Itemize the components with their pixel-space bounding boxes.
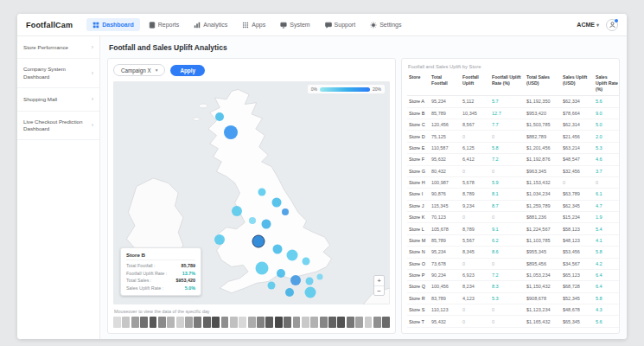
table-row[interactable]: Store G80,43200$963,345$32,4563.7 (407, 165, 620, 176)
filter-row: Campaign X ▾ Apply (113, 64, 390, 76)
day-heat-cell[interactable] (293, 317, 301, 328)
table-row[interactable]: Store Q100,4568,2348.3$1,150,432$68,7286… (407, 281, 620, 292)
nav-item-support[interactable]: Support (319, 18, 362, 31)
campaign-select[interactable]: Campaign X ▾ (113, 64, 165, 76)
table-row[interactable]: Store F95,6326,4127.2$1,192,876$48,5474.… (407, 154, 620, 165)
day-heat-cell[interactable] (275, 317, 283, 328)
nav-item-apps[interactable]: Apps (236, 18, 271, 31)
table-row[interactable]: Store S110,12300$1,123,234$48,6784.3 (407, 304, 620, 316)
table-row[interactable]: Store M85,7895,5676.2$1,103,785$48,1234.… (407, 234, 620, 246)
store-bubble[interactable] (305, 278, 313, 285)
day-heat-cell[interactable] (113, 317, 121, 328)
table-row[interactable]: Store A95,2345,1125.7$1,192,350$62,3345.… (407, 96, 620, 107)
store-bubble[interactable] (271, 198, 281, 208)
sidebar-item-live-checkout-prediction-dashboard[interactable]: Live Checkout Prediction Dashboard› (17, 112, 99, 141)
table-row[interactable]: Store O73,67800$895,456$34,5674.2 (407, 258, 620, 269)
nav-item-reports[interactable]: Reports (143, 18, 186, 31)
apps-icon (242, 22, 249, 29)
store-bubble[interactable] (285, 288, 294, 297)
nav-item-dashboard[interactable]: Dashboard (86, 18, 140, 31)
table-row[interactable]: Store H100,9875,6785.9$1,153,43200 (407, 176, 620, 188)
day-heat-cell[interactable] (302, 317, 309, 328)
value-cell: 0 (490, 316, 525, 327)
zoom-out-button[interactable]: − (374, 285, 384, 295)
nav-item-analytics[interactable]: Analytics (188, 18, 233, 31)
value-cell: 4.7 (594, 200, 620, 211)
value-cell: $1,503,785 (525, 119, 561, 131)
store-bubble[interactable] (215, 112, 224, 121)
day-heat-cell[interactable] (150, 317, 157, 328)
store-bubble[interactable] (277, 269, 285, 278)
nav-item-system[interactable]: System (274, 18, 316, 31)
value-cell: 3.7 (594, 165, 620, 176)
store-bubble[interactable] (268, 282, 276, 290)
store-bubble[interactable] (302, 257, 309, 265)
store-bubble[interactable] (262, 220, 271, 229)
day-heat-cell[interactable] (355, 317, 363, 328)
day-heat-cell[interactable] (373, 317, 381, 328)
table-row[interactable]: Store L105,6788,7899.1$1,224,567$58,1235… (407, 223, 620, 234)
table-row[interactable]: Store T95,43200$1,165,432$65,3455.6 (407, 316, 620, 327)
store-bubble[interactable] (317, 273, 323, 279)
uk-map[interactable]: 0% 20% Store B Total Footfall :85,789Foo… (113, 81, 390, 304)
table-row[interactable]: Store E110,5876,1255.8$1,201,456$63,2145… (407, 142, 620, 153)
tooltip-store-name: Store B (126, 252, 195, 261)
table-row[interactable]: Store P90,2346,9237.2$1,053,234$65,1236.… (407, 269, 620, 280)
day-heat-cell[interactable] (221, 317, 229, 328)
store-bubble-selected[interactable] (252, 234, 265, 247)
apply-button[interactable]: Apply (170, 65, 205, 76)
store-bubble[interactable] (255, 262, 268, 275)
nav-item-settings[interactable]: Settings (364, 18, 407, 31)
account-menu[interactable]: ACME ▾ (577, 22, 599, 28)
store-bubble[interactable] (249, 217, 256, 224)
day-heat-cell[interactable] (337, 317, 345, 328)
day-heat-cell[interactable] (257, 317, 265, 328)
sidebar-item-store-performance[interactable]: Store Performance› (17, 36, 99, 59)
table-row[interactable]: Store K70,12300$881,236$15,2341.9 (407, 212, 620, 223)
value-cell: $895,456 (525, 258, 561, 269)
store-bubble[interactable] (258, 188, 265, 195)
day-heat-cell[interactable] (212, 317, 220, 328)
day-heat-cell[interactable] (122, 317, 130, 328)
day-heat-cell[interactable] (347, 317, 354, 328)
chevron-right-icon: › (92, 95, 93, 103)
sidebar-item-shopping-mall[interactable]: Shopping Mall› (17, 88, 99, 111)
day-heat-cell[interactable] (248, 317, 256, 328)
day-heat-cell[interactable] (140, 317, 148, 328)
day-heat-cell[interactable] (265, 317, 273, 328)
day-heat-cell[interactable] (320, 317, 328, 328)
day-heat-cell[interactable] (158, 317, 166, 328)
store-bubble[interactable] (282, 208, 289, 215)
table-row[interactable]: Store D75,12500$882,789$21,4562.0 (407, 131, 620, 142)
day-heat-cell[interactable] (310, 317, 318, 328)
store-bubble[interactable] (224, 125, 238, 139)
store-bubble[interactable] (287, 250, 298, 261)
table-row[interactable]: Store R83,7894,1235.3$908,678$52,3455.8 (407, 292, 620, 304)
nav-item-label: Reports (158, 22, 180, 28)
day-heat-cell[interactable] (194, 317, 201, 328)
day-heat-cell[interactable] (284, 317, 291, 328)
store-bubble[interactable] (214, 234, 225, 245)
sidebar-item-company-system-dashboard[interactable]: Company System Dashboard› (17, 59, 99, 88)
day-heat-cell[interactable] (382, 317, 390, 328)
day-heat-cell[interactable] (203, 317, 211, 328)
table-row[interactable]: Store J115,3459,2348.7$1,259,789$62,3454… (407, 200, 620, 211)
table-row[interactable]: Store B85,78910,34512.7$953,420$78,6649.… (407, 107, 620, 119)
table-row[interactable]: Store I90,8768,7898.1$1,034,234$63,7896.… (407, 189, 620, 200)
day-heat-cell[interactable] (185, 317, 193, 328)
user-avatar[interactable] (606, 19, 618, 31)
store-bubble[interactable] (305, 286, 316, 298)
table-row[interactable]: Store N95,2348,3458.6$955,345$53,4565.8 (407, 247, 620, 258)
day-heat-cell[interactable] (176, 317, 184, 328)
day-heat-cell[interactable] (239, 317, 246, 328)
day-heat-cell[interactable] (365, 317, 373, 328)
store-bubble[interactable] (232, 206, 242, 216)
store-bubble[interactable] (272, 244, 282, 253)
day-heat-cell[interactable] (131, 317, 139, 328)
zoom-in-button[interactable]: + (374, 276, 384, 285)
day-heat-cell[interactable] (167, 317, 175, 328)
day-heat-cell[interactable] (328, 317, 336, 328)
store-bubble[interactable] (290, 275, 301, 285)
table-row[interactable]: Store C120,4568,5677.7$1,503,785$62,3145… (407, 119, 620, 131)
day-heat-cell[interactable] (230, 317, 238, 328)
